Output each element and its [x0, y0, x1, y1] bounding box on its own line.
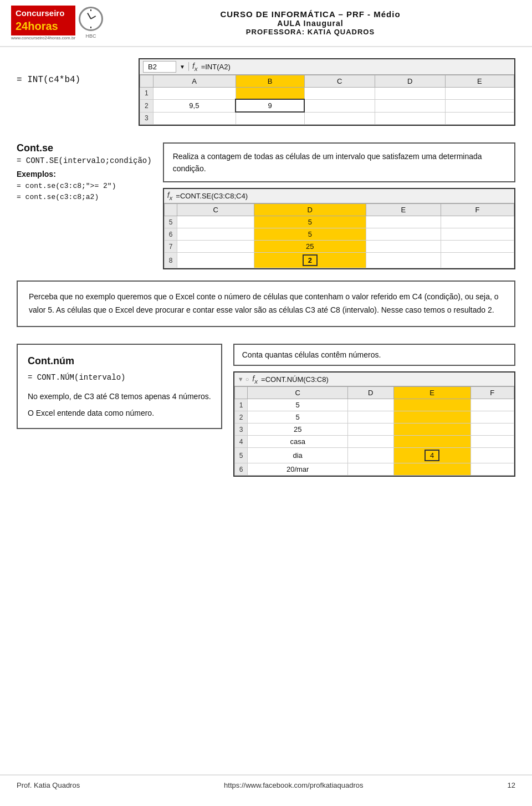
cell-ref-b2: B2	[143, 61, 176, 73]
contse-cell-f6	[441, 228, 514, 241]
contnum-formula-bar: ▼ ○ fx =CONT.NÚM(C3:C8)	[234, 373, 514, 387]
contnum-left: Cont.núm = CONT.NÚM(intervalo) No exempl…	[17, 344, 222, 429]
row-2-num: 2	[140, 99, 154, 112]
contse-excel-mockup: fx =CONT.SE(C3:C8;C4) C D E F 5	[163, 188, 515, 269]
contse-col-f: F	[441, 204, 514, 216]
contnum-e5: 4	[393, 448, 470, 463]
contnum-title: Cont.núm	[28, 353, 211, 370]
contse-cell-e5	[366, 216, 441, 228]
contse-excel-grid: C D E F 5 5 6	[164, 203, 514, 268]
contse-cell-f7	[441, 241, 514, 253]
logo-sub: www.concurseiro24horas.com.br	[11, 35, 75, 40]
contse-fx-symbol: fx	[167, 191, 173, 201]
logo-line2: 24horas	[16, 19, 71, 33]
footer-page: 12	[508, 781, 515, 789]
logo-line1: Concurseiro	[16, 8, 71, 19]
contse-cell-c6	[177, 228, 254, 241]
logo-area: Concurseiro 24horas www.concurseiro24hor…	[11, 6, 100, 40]
contse-result-cell: 2	[254, 253, 366, 268]
col-d-header: D	[375, 75, 445, 87]
int-section: = INT(c4*b4) B2 ▼ fx =INT(A2) A B C D	[17, 58, 515, 126]
contse-cell-e6	[366, 228, 441, 241]
contnum-c5: dia	[248, 448, 347, 463]
col-c-header: C	[304, 75, 375, 87]
contnum-example2: O Excel entende data como número.	[28, 407, 211, 420]
contnum-example1: No exemplo, de C3 até C8 temos apenas 4 …	[28, 390, 211, 404]
contse-formula: = CONT.SE(intervalo;condição)	[17, 156, 152, 165]
contse-col-d: D	[254, 204, 366, 216]
int-formula-area: = INT(c4*b4)	[17, 58, 127, 85]
contnum-f3	[470, 424, 514, 436]
contnum-formula-value: =CONT.NÚM(C3:C8)	[261, 375, 329, 384]
cell-b1	[236, 87, 304, 99]
contnum-col-e: E	[393, 387, 470, 399]
cell-c3	[304, 112, 375, 124]
contnum-col-c: C	[248, 387, 347, 399]
cell-a1	[153, 87, 236, 99]
contse-left: Cont.se = CONT.SE(intervalo;condição) Ex…	[17, 142, 152, 204]
contnum-e1	[393, 399, 470, 411]
contse-cell-e8	[366, 253, 441, 268]
contse-row5-num: 5	[164, 216, 177, 228]
contnum-section: Cont.núm = CONT.NÚM(intervalo) No exempl…	[17, 344, 515, 477]
contse-example2: = cont.se(c3:c8;a2)	[17, 192, 152, 203]
contse-cell-d7: 25	[254, 241, 366, 253]
contse-title: Cont.se	[17, 142, 152, 154]
dropdown-arrow-icon: ▼	[180, 64, 185, 70]
contnum-e3	[393, 424, 470, 436]
contnum-d1	[347, 399, 393, 411]
contse-cell-c7	[177, 241, 254, 253]
contse-row7-num: 7	[164, 241, 177, 253]
contnum-formula: = CONT.NÚM(intervalo)	[28, 371, 211, 385]
contnum-e6	[393, 463, 470, 476]
cell-c1	[304, 87, 375, 99]
contnum-col-d: D	[347, 387, 393, 399]
contse-row6-num: 6	[164, 228, 177, 241]
cell-e1	[445, 87, 514, 99]
contnum-excel-grid: C D E F 1 5 2	[234, 386, 514, 476]
int-excel-mockup: B2 ▼ fx =INT(A2) A B C D E	[139, 58, 515, 126]
header-line3: PROFESSORA: KATIA QUADROS	[100, 28, 521, 36]
contnum-e2	[393, 411, 470, 424]
cell-b3	[236, 112, 304, 124]
cell-d2	[375, 99, 445, 112]
footer-url: https://www.facebook.com/profkatiaquadro…	[224, 781, 363, 789]
contnum-result: 4	[424, 450, 439, 461]
header-title: CURSO DE INFORMÁTICA – PRF - Médio AULA …	[100, 9, 521, 36]
contse-cell-f5	[441, 216, 514, 228]
contnum-f5	[470, 448, 514, 463]
contnum-f1	[470, 399, 514, 411]
contnum-d3	[347, 424, 393, 436]
contnum-c3: 25	[248, 424, 347, 436]
contnum-description: Conta quantas células contêm números.	[233, 344, 515, 366]
contnum-d2	[347, 411, 393, 424]
contse-example1: = cont.se(c3:c8;">= 2")	[17, 181, 152, 192]
contnum-d5	[347, 448, 393, 463]
contse-result-value: 2	[303, 254, 318, 266]
row-1-num: 1	[140, 87, 154, 99]
exemplos-title: Exemplos:	[17, 170, 152, 178]
contnum-fx-symbol: fx	[252, 374, 258, 385]
header-line2: AULA Inaugural	[100, 19, 521, 28]
contse-formula-bar: fx =CONT.SE(C3:C8;C4)	[164, 189, 514, 203]
fx-symbol: fx	[192, 62, 198, 72]
cell-b2: 9	[236, 99, 304, 112]
header: Concurseiro 24horas www.concurseiro24hor…	[0, 0, 532, 47]
row-3-num: 3	[140, 112, 154, 124]
contse-col-e: E	[366, 204, 441, 216]
contnum-c2: 5	[248, 411, 347, 424]
contnum-d6	[347, 463, 393, 476]
contnum-f6	[470, 463, 514, 476]
cell-e2	[445, 99, 514, 112]
contse-cell-d5: 5	[254, 216, 366, 228]
cell-d1	[375, 87, 445, 99]
main-content: = INT(c4*b4) B2 ▼ fx =INT(A2) A B C D	[0, 47, 532, 499]
cell-c2	[304, 99, 375, 112]
contse-row8-num: 8	[164, 253, 177, 268]
explanation-box: Perceba que no exemplo queremos que o Ex…	[17, 280, 515, 327]
footer: Prof. Katia Quadros https://www.facebook…	[0, 774, 532, 795]
cell-a2: 9,5	[153, 99, 236, 112]
int-excel-grid: A B C D E 1 2	[140, 75, 514, 125]
int-formula-value: =INT(A2)	[201, 63, 231, 71]
contse-formula-value: =CONT.SE(C3:C8;C4)	[176, 192, 248, 200]
